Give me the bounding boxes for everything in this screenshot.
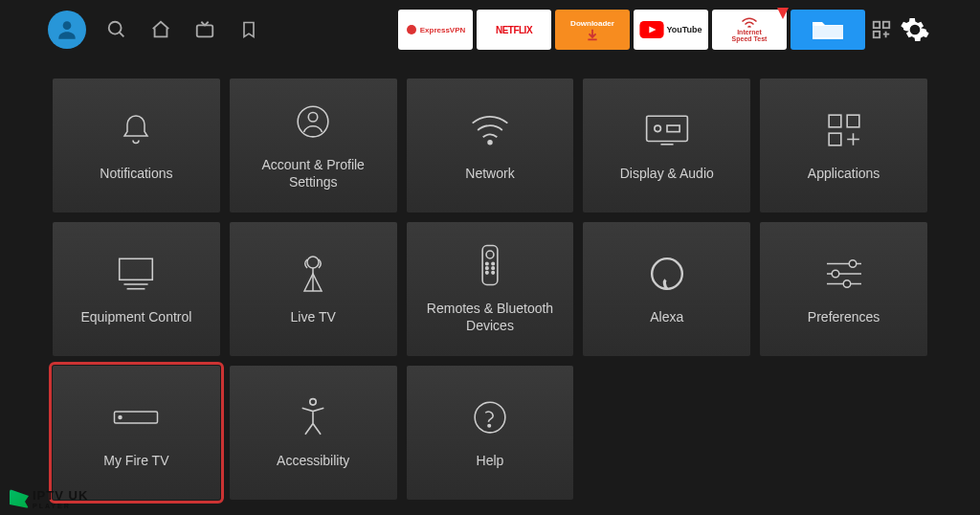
svg-point-26 (486, 262, 489, 265)
tile-help[interactable]: Help (407, 366, 574, 500)
svg-point-43 (488, 424, 491, 427)
tile-label: Account & Profile Settings (237, 156, 390, 190)
svg-point-0 (63, 21, 72, 30)
svg-rect-17 (847, 115, 859, 127)
watermark-logo-icon (10, 489, 29, 508)
tile-equipment[interactable]: Equipment Control (53, 222, 220, 356)
app-label-1: Internet (737, 29, 762, 35)
app-downloader[interactable]: Downloader (555, 10, 630, 50)
app-expressvpn[interactable]: ExpressVPN (398, 10, 473, 50)
tile-notifications[interactable]: Notifications (53, 78, 220, 213)
tile-label: Network (465, 165, 514, 182)
folder-icon (809, 16, 847, 43)
antenna-icon (296, 253, 330, 295)
app-netflix[interactable]: NETFLIX (477, 10, 551, 50)
svg-rect-6 (874, 22, 880, 28)
home-icon (150, 19, 171, 40)
svg-point-30 (486, 271, 489, 274)
tile-label: Notifications (100, 165, 172, 182)
svg-point-22 (307, 257, 319, 268)
svg-point-4 (407, 25, 416, 34)
svg-point-34 (849, 260, 857, 268)
nav-icons (105, 18, 260, 41)
app-esfileexplorer[interactable] (791, 10, 865, 50)
watermark: IPTV UK PLAYER (10, 488, 88, 509)
display-icon (645, 109, 689, 151)
tile-label: Help (477, 452, 504, 469)
svg-point-38 (843, 280, 851, 288)
gear-icon (900, 14, 930, 45)
tile-label: Remotes & Bluetooth Devices (414, 300, 567, 334)
tile-label: Display & Audio (620, 165, 714, 182)
svg-point-41 (310, 399, 316, 405)
tile-livetv[interactable]: Live TV (230, 222, 397, 356)
svg-rect-18 (829, 133, 841, 146)
svg-rect-3 (197, 25, 213, 36)
youtube-icon (639, 21, 664, 38)
svg-point-28 (486, 267, 489, 270)
new-badge-icon (777, 8, 789, 19)
apps-grid-icon (871, 19, 892, 40)
app-label: Downloader (570, 19, 614, 28)
bell-icon (119, 109, 153, 151)
settings-grid: Notifications Account & Profile Settings… (0, 59, 980, 500)
remote-icon (480, 244, 500, 286)
svg-point-29 (492, 267, 495, 270)
app-row: ExpressVPN NETFLIX Downloader YouTube In… (398, 10, 932, 50)
tile-applications[interactable]: Applications (760, 78, 927, 213)
live-button[interactable] (193, 18, 216, 41)
tile-label: Live TV (291, 308, 336, 325)
home-button[interactable] (149, 18, 172, 41)
svg-rect-7 (883, 22, 889, 28)
tile-alexa[interactable]: Alexa (583, 222, 750, 356)
profile-button[interactable] (48, 11, 86, 49)
settings-button[interactable] (898, 12, 932, 47)
tile-label: My Fire TV (103, 452, 168, 469)
wifi-icon (741, 17, 758, 29)
svg-point-32 (652, 258, 682, 289)
app-label: ExpressVPN (420, 26, 466, 34)
wifi-icon (469, 109, 511, 151)
svg-line-2 (120, 33, 124, 37)
tile-preferences[interactable]: Preferences (760, 222, 927, 356)
svg-rect-8 (874, 32, 880, 37)
apps-grid-button[interactable] (869, 17, 894, 42)
search-button[interactable] (105, 18, 128, 41)
tile-label: Accessibility (277, 452, 349, 469)
app-speedtest[interactable]: Internet Speed Test (712, 10, 787, 50)
svg-point-10 (308, 112, 318, 122)
tile-label: Preferences (808, 308, 880, 325)
tile-display[interactable]: Display & Audio (583, 78, 750, 213)
equipment-icon (115, 253, 157, 295)
svg-point-36 (832, 270, 839, 278)
app-label: YouTube (666, 25, 702, 34)
svg-point-31 (492, 271, 495, 274)
tv-icon (194, 19, 215, 40)
tile-label: Alexa (650, 308, 683, 325)
tile-accessibility[interactable]: Accessibility (230, 366, 397, 500)
tile-network[interactable]: Network (407, 78, 574, 213)
applications-icon (826, 109, 862, 151)
download-arrow-icon (585, 28, 600, 41)
svg-rect-19 (120, 258, 153, 280)
svg-point-42 (475, 402, 505, 433)
sliders-icon (824, 253, 864, 295)
search-icon (106, 19, 127, 40)
bookmark-button[interactable] (237, 18, 260, 41)
svg-point-27 (492, 262, 495, 265)
expressvpn-icon (406, 24, 417, 35)
app-youtube[interactable]: YouTube (634, 10, 708, 50)
bookmark-icon (239, 19, 258, 40)
tile-label: Applications (808, 165, 880, 182)
tile-myfiretv[interactable]: My Fire TV (53, 366, 220, 500)
watermark-sub: PLAYER (33, 503, 88, 509)
top-bar: ExpressVPN NETFLIX Downloader YouTube In… (0, 0, 980, 59)
watermark-main: IPTV UK (33, 488, 88, 503)
app-label: NETFLIX (496, 25, 532, 35)
tile-remotes[interactable]: Remotes & Bluetooth Devices (407, 222, 574, 356)
svg-rect-14 (667, 125, 679, 132)
tile-account[interactable]: Account & Profile Settings (230, 78, 397, 213)
svg-point-1 (109, 22, 122, 34)
device-icon (113, 396, 159, 438)
svg-point-25 (486, 251, 494, 258)
